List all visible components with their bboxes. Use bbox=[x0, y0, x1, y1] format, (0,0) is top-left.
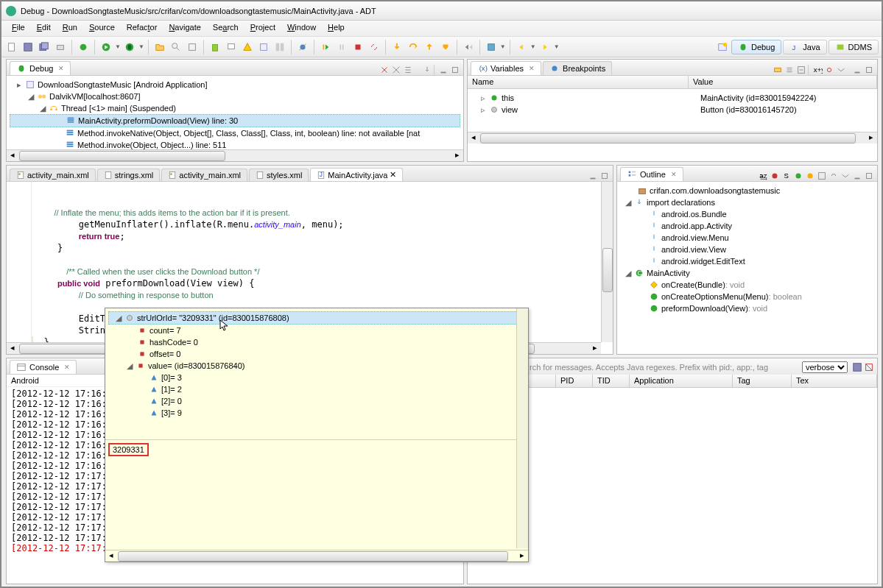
verbose-select[interactable]: verbose bbox=[802, 361, 848, 373]
editor-tab-3[interactable]: styles.xml bbox=[249, 169, 309, 181]
menu-navigate[interactable]: Navigate bbox=[163, 21, 206, 36]
close-icon[interactable]: ✕ bbox=[56, 65, 64, 72]
close-icon[interactable]: ✕ bbox=[527, 65, 535, 72]
variables-tab[interactable]: (x) Variables ✕ bbox=[471, 61, 541, 75]
new-btn[interactable] bbox=[4, 40, 19, 54]
outline-import-4[interactable]: android.widget.EditText bbox=[620, 255, 874, 267]
minimize-editor-btn[interactable] bbox=[588, 171, 598, 181]
debug-tab[interactable]: Debug ✕ bbox=[10, 61, 71, 75]
search-btn[interactable] bbox=[169, 40, 183, 54]
menu-run[interactable]: Run bbox=[57, 21, 83, 36]
breakpoints-tab[interactable]: Breakpoints bbox=[543, 61, 612, 75]
hide-nonpublic-btn[interactable] bbox=[793, 171, 803, 181]
hide-static-btn[interactable]: S bbox=[781, 171, 792, 181]
debug-as-btn[interactable] bbox=[122, 40, 137, 54]
saveall-btn[interactable] bbox=[37, 40, 52, 54]
minimize-btn[interactable] bbox=[852, 171, 862, 181]
col-value[interactable]: Value bbox=[689, 76, 877, 88]
link-btn[interactable] bbox=[829, 171, 839, 181]
menu-source[interactable]: Source bbox=[83, 21, 121, 36]
step-into-mini[interactable] bbox=[422, 65, 432, 75]
maximize-editor-btn[interactable] bbox=[599, 171, 610, 181]
hover-arr-0[interactable]: [0]= 3 bbox=[108, 372, 525, 383]
save-log-btn[interactable] bbox=[852, 362, 862, 372]
hover-root[interactable]: ◢strUrlOrId= "3209331" (id=830015876808) bbox=[108, 311, 525, 325]
outline-import-3[interactable]: android.view.View bbox=[620, 244, 874, 255]
perspective-ddms[interactable]: DDMS bbox=[829, 40, 879, 54]
show-type-btn[interactable] bbox=[773, 65, 783, 75]
close-icon[interactable]: ✕ bbox=[669, 171, 677, 178]
focus-btn[interactable] bbox=[817, 171, 827, 181]
skip-breakpoints-btn[interactable] bbox=[295, 40, 310, 54]
close-icon[interactable]: ✕ bbox=[390, 170, 396, 180]
col-app[interactable]: Application bbox=[630, 375, 733, 387]
menu-search[interactable]: Search bbox=[207, 21, 245, 36]
editor-tab-4[interactable]: JMainActivity.java✕ bbox=[310, 168, 403, 181]
nav-btn[interactable] bbox=[484, 40, 499, 54]
wizard-btn[interactable] bbox=[256, 40, 271, 54]
android-sdk-btn[interactable] bbox=[208, 40, 222, 54]
remove-all-btn[interactable] bbox=[391, 65, 401, 75]
minimize-btn[interactable] bbox=[852, 65, 862, 75]
col-name[interactable]: Name bbox=[468, 76, 689, 88]
var-this[interactable]: ▹thisMainActivity (id=830015942224) bbox=[471, 92, 874, 104]
debug-frame-2[interactable]: Method.invoke(Object, Object...) line: 5… bbox=[10, 139, 460, 149]
disconnect-btn[interactable] bbox=[367, 40, 381, 54]
outline-import-1[interactable]: android.app.Activity bbox=[620, 220, 874, 232]
maximize-btn[interactable] bbox=[864, 65, 874, 75]
var-view[interactable]: ▹viewButton (id=830016145720) bbox=[471, 104, 874, 116]
pin-btn[interactable] bbox=[824, 65, 834, 75]
menu-edit[interactable]: Edit bbox=[31, 21, 57, 36]
close-icon[interactable]: ✕ bbox=[62, 364, 70, 371]
save-btn[interactable] bbox=[21, 40, 35, 54]
col-tag[interactable]: Tag bbox=[733, 375, 792, 387]
editor-tab-1[interactable]: strings.xml bbox=[97, 169, 161, 181]
editor-vscroll[interactable] bbox=[601, 182, 613, 342]
col-pid[interactable]: PID bbox=[556, 375, 593, 387]
hover-arr-1[interactable]: [1]= 2 bbox=[108, 383, 525, 395]
menu-help[interactable]: Help bbox=[322, 21, 351, 36]
open-perspective-btn[interactable] bbox=[715, 40, 730, 54]
outline-menu-btn[interactable] bbox=[840, 171, 851, 181]
debug-launch-row[interactable]: ▸DownloadSongtasteMusic [Android Applica… bbox=[10, 79, 460, 91]
hover-offset[interactable]: offset= 0 bbox=[108, 348, 525, 360]
menu-window[interactable]: Window bbox=[281, 21, 322, 36]
outline-import-2[interactable]: android.view.Menu bbox=[620, 232, 874, 244]
clear-log-btn[interactable] bbox=[864, 362, 874, 372]
show-logical-btn[interactable] bbox=[784, 65, 795, 75]
menu-refactor[interactable]: Refactor bbox=[121, 21, 163, 36]
debug-frame-0[interactable]: MainActivity.preformDownload(View) line:… bbox=[10, 114, 460, 127]
avd-btn[interactable] bbox=[224, 40, 239, 54]
menu-file[interactable]: File bbox=[6, 21, 31, 36]
fwd-btn[interactable] bbox=[538, 40, 552, 54]
hover-count[interactable]: count= 7 bbox=[108, 325, 525, 336]
outline-package[interactable]: crifan.com.downloadsongtastemusic bbox=[620, 185, 874, 196]
editor-tab-2[interactable]: activity_main.xml bbox=[161, 169, 247, 181]
col-tid[interactable]: TID bbox=[593, 375, 630, 387]
step-filters-btn[interactable] bbox=[461, 40, 476, 54]
open-btn[interactable] bbox=[152, 40, 167, 54]
sort-btn[interactable]: a͢z bbox=[758, 171, 768, 181]
remove-launch-btn[interactable] bbox=[379, 65, 390, 75]
step-over-btn[interactable] bbox=[406, 40, 421, 54]
col-text[interactable]: Tex bbox=[792, 375, 877, 387]
minimize-btn[interactable] bbox=[438, 65, 448, 75]
resume-btn[interactable] bbox=[318, 40, 333, 54]
debug-vm-row[interactable]: ◢DalvikVM[localhost:8607] bbox=[10, 91, 460, 102]
menu-project[interactable]: Project bbox=[245, 21, 281, 36]
step-return-btn[interactable] bbox=[422, 40, 437, 54]
perspective-java[interactable]: J Java bbox=[783, 40, 826, 54]
outline-tab[interactable]: Outline ✕ bbox=[620, 167, 683, 181]
outline-method-2[interactable]: preformDownload(View): void bbox=[620, 302, 874, 314]
menu-btn[interactable] bbox=[836, 65, 846, 75]
hover-hash[interactable]: hashCode= 0 bbox=[108, 336, 525, 348]
run-btn[interactable] bbox=[99, 40, 113, 54]
step-into-btn[interactable] bbox=[390, 40, 404, 54]
hide-fields-btn[interactable] bbox=[770, 171, 780, 181]
console-tab[interactable]: Console ✕ bbox=[10, 360, 77, 374]
debug-btn[interactable] bbox=[76, 40, 91, 54]
hide-local-btn[interactable] bbox=[805, 171, 815, 181]
debug-thread-row[interactable]: ◢Thread [<1> main] (Suspended) bbox=[10, 102, 460, 114]
outline-class[interactable]: ◢CMainActivity bbox=[620, 267, 874, 279]
print-btn[interactable] bbox=[53, 40, 68, 54]
